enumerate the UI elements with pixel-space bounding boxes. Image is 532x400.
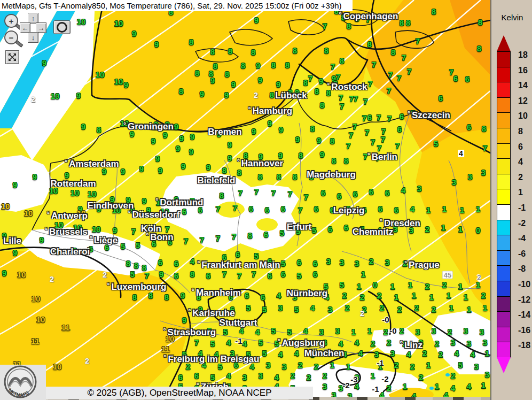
- station-value: 5: [136, 241, 140, 249]
- station-value: 7: [395, 142, 400, 150]
- colorbar-band: [497, 143, 511, 159]
- city-marker-icon: °: [163, 327, 166, 335]
- station-value: 3: [385, 258, 389, 266]
- city-label: °Luxembourg: [107, 282, 167, 291]
- arrow-up-icon: ↑: [32, 15, 35, 22]
- city-marker-icon: °: [65, 159, 67, 166]
- station-value: 2: [448, 328, 452, 336]
- station-value: 8: [330, 137, 334, 145]
- station-value: 6: [385, 189, 389, 197]
- station-value: 6: [344, 224, 348, 232]
- station-value: 3: [323, 382, 327, 390]
- station-value: -3: [350, 375, 357, 383]
- station-value: 0: [476, 226, 480, 234]
- station-value: 6: [313, 259, 317, 267]
- station-value: 7: [407, 67, 411, 75]
- station-value: 2: [414, 304, 419, 312]
- station-value: 8: [285, 61, 290, 69]
- station-value: 4: [255, 328, 260, 336]
- station-value: 2: [384, 328, 388, 336]
- snapshot-button[interactable]: [53, 20, 71, 34]
- station-value: 10: [32, 295, 41, 303]
- station-value: 6: [367, 113, 372, 121]
- station-value: 7: [365, 128, 369, 136]
- station-value: 7: [363, 152, 367, 160]
- camera-icon: [57, 22, 67, 33]
- station-value: 3: [464, 327, 468, 335]
- colorbar-tick-label: -8: [518, 264, 526, 274]
- station-value: 5: [121, 242, 125, 250]
- pan-left-button[interactable]: ←: [20, 22, 30, 33]
- city-label: Lübeck: [275, 91, 307, 100]
- station-value: 5: [297, 272, 301, 280]
- city-label: Stuttgart: [220, 318, 257, 327]
- station-value: 1: [441, 224, 445, 232]
- station-value: 8: [271, 61, 276, 69]
- fullscreen-icon: [7, 52, 17, 62]
- station-value: 2: [397, 305, 402, 313]
- station-value: 3: [481, 168, 486, 176]
- station-value: 1: [464, 293, 468, 301]
- station-value: 2: [432, 305, 436, 313]
- station-value: 1: [408, 281, 412, 289]
- station-value: 6: [321, 189, 325, 197]
- station-value: 1: [330, 361, 334, 369]
- station-value: 9: [42, 59, 46, 67]
- station-value: 2: [298, 361, 302, 369]
- station-value: 6: [265, 206, 269, 214]
- station-value: 7: [298, 206, 302, 214]
- station-value: 4: [294, 349, 299, 357]
- station-value: 2: [323, 372, 327, 380]
- city-label: °Strasbourg: [163, 328, 216, 337]
- zoom-in-button[interactable]: +: [4, 14, 18, 28]
- station-value: 9: [155, 155, 160, 163]
- station-value: 7: [271, 189, 276, 197]
- colorbar-tick-label: 14: [518, 81, 528, 90]
- city-marker-icon: °: [380, 218, 382, 226]
- station-value: 9: [268, 119, 272, 127]
- station-value: 4: [226, 339, 231, 347]
- station-value: 3: [417, 184, 421, 193]
- fullscreen-button[interactable]: [5, 50, 19, 64]
- station-value: 5: [223, 328, 228, 336]
- station-value: 9: [76, 91, 81, 99]
- city-label: °Hamburg: [248, 106, 292, 116]
- station-value: 7: [216, 205, 220, 213]
- colorbar-band: [497, 204, 511, 220]
- station-value: 9: [151, 137, 155, 145]
- station-value: 3: [467, 340, 471, 348]
- colorbar-band: [497, 327, 511, 343]
- station-value: 6: [314, 205, 318, 213]
- station-value: 6: [264, 230, 268, 239]
- station-value: 1: [483, 304, 487, 312]
- zoom-out-button[interactable]: −: [4, 30, 18, 44]
- station-value: 10: [1, 202, 10, 210]
- station-value: 5: [280, 229, 284, 237]
- map-title: MetMaps, Gfs T-Anomaly850, Mos Temperatu…: [0, 0, 353, 11]
- station-value: 8: [293, 173, 297, 181]
- map-canvas[interactable]: 1010898887888878989888888879101091098898…: [0, 0, 490, 397]
- city-marker-icon: °: [107, 282, 110, 289]
- station-value: 8: [190, 270, 194, 278]
- station-value: 3: [390, 349, 395, 357]
- contour-label: 2: [477, 274, 481, 281]
- station-value: -0: [389, 327, 396, 335]
- city-label: Chemnitz: [353, 227, 394, 236]
- arrow-right-icon: →: [38, 25, 45, 32]
- colorbar-band: [497, 342, 511, 358]
- pan-down-button[interactable]: ↓: [28, 32, 38, 43]
- station-value: 3: [335, 327, 340, 335]
- station-value: 5: [340, 281, 344, 289]
- station-value: 6: [174, 272, 178, 280]
- colorbar-band: [497, 189, 511, 205]
- station-value: 2: [380, 304, 384, 312]
- station-value: 1: [403, 382, 407, 390]
- pan-up-button[interactable]: ↑: [28, 13, 38, 24]
- city-label: °Linz: [400, 341, 423, 350]
- pan-right-button[interactable]: →: [36, 22, 46, 33]
- station-value: 3: [483, 339, 487, 347]
- station-value: 5: [281, 259, 285, 267]
- station-value: 7: [331, 63, 335, 71]
- city-label: Erfurt: [287, 222, 311, 232]
- contour-label: 2: [31, 96, 35, 103]
